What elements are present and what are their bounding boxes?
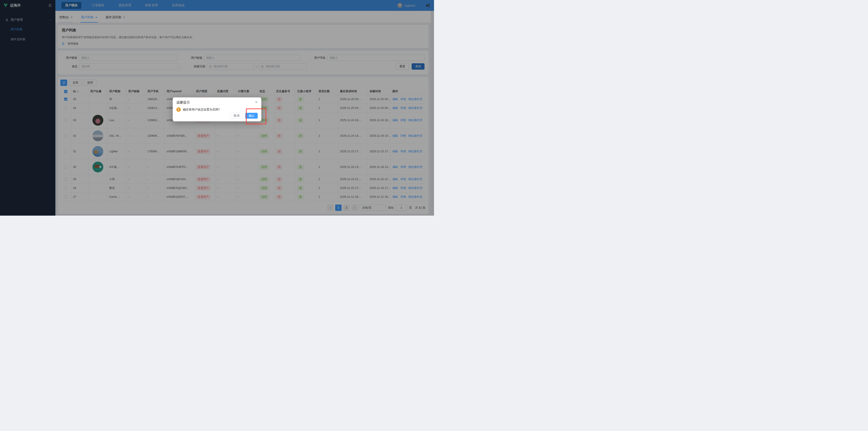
dialog-footer: 取消 确认 — [176, 113, 258, 119]
app-root: 运海外 用户管理 ︿ 用户列表操作员列表 用户模块订单模块系统管理财务管理应用基… — [0, 0, 434, 216]
dialog-body: ! 确定将用户状态设置为启用? — [176, 107, 258, 112]
warning-icon: ! — [176, 107, 181, 112]
dialog-title: 温馨提示 — [176, 100, 190, 105]
dialog-header: 温馨提示 ✕ — [176, 100, 258, 105]
dialog-message: 确定将用户状态设置为启用? — [183, 107, 220, 112]
annotation-highlight-rect — [246, 109, 266, 124]
close-icon[interactable]: ✕ — [255, 100, 258, 104]
cancel-button[interactable]: 取消 — [230, 113, 243, 119]
